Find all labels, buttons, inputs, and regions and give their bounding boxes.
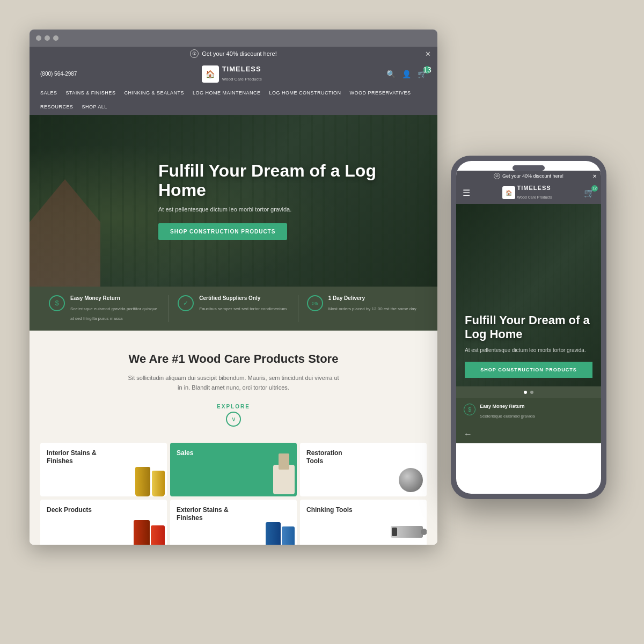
mobile-inner: ② Get your 40% discount here! ✕ ☰ 🏠 TIME… (456, 161, 601, 494)
restoration-label: Restoration Tools (306, 449, 360, 466)
explore-label: EXPLORE (217, 404, 250, 409)
logo-icon: 🏠 (202, 65, 219, 83)
hero-headline: Fulfill Your Dream of a Log Home (158, 162, 416, 199)
restoration-image (394, 453, 427, 496)
nav-icons: 🔍 👤 🛒 13 (386, 69, 427, 79)
hero-dot-1 (524, 391, 527, 394)
exterior-image (266, 522, 297, 545)
desktop-browser: ① Get your 40% discount here! ✕ (800) 56… (30, 30, 437, 545)
phone-number: (800) 564-2987 (40, 71, 77, 77)
nav-shop-all[interactable]: SHOP ALL (82, 104, 107, 109)
hero-content: Fulfill Your Dream of a Log Home At est … (158, 162, 416, 239)
mobile-hero-cta[interactable]: SHOP CONSTRUCTION PRODUCTS (465, 362, 592, 378)
hero-section: Fulfill Your Dream of a Log Home At est … (30, 115, 437, 287)
sales-image (265, 453, 297, 496)
mobile-announcement-text: Get your 40% discount here! (502, 173, 564, 179)
grid-chinking[interactable]: Chinking Tools (300, 500, 427, 545)
mobile-brand-name: TIMELESS (517, 185, 552, 191)
mobile-notch (513, 165, 545, 171)
announcement-circle: ① (190, 49, 199, 58)
brand-name: TIMELESS (222, 65, 262, 73)
mobile-benefit-text: Easy Money Return Scelerisque euismod gr… (480, 404, 535, 420)
mobile-back-arrow[interactable]: ← (456, 425, 601, 443)
nav-sales[interactable]: SALES (40, 90, 57, 96)
certified-icon: ✓ (178, 295, 194, 311)
mobile-logo: 🏠 TIMELESS Wood Care Products (502, 185, 552, 201)
explore-arrow-icon: ∨ (226, 412, 241, 427)
grid-exterior[interactable]: Exterior Stains & Finishes (170, 500, 297, 545)
benefit-delivery-text: 1 Day Delivery Most orders placed by 12:… (328, 295, 416, 312)
mobile-hero-subtext: At est pellentesque dictum leo morbi tor… (465, 346, 592, 354)
announcement-bar: ① Get your 40% discount here! ✕ (30, 47, 437, 61)
account-icon[interactable]: 👤 (402, 70, 411, 78)
nav-construction[interactable]: LOG HOME CONSTRUCTION (269, 90, 341, 96)
sales-label: Sales (177, 449, 193, 458)
mobile-cart-count: 12 (591, 185, 598, 192)
mobile-hero-dots (456, 386, 601, 398)
benefit-money-text: Easy Money Return Scelerisque euismod gr… (70, 295, 160, 322)
logo-text: TIMELESS Wood Care Products (222, 65, 262, 83)
mobile-announcement-circle: ② (494, 173, 500, 179)
mobile-brand-tagline: Wood Care Products (517, 195, 552, 199)
browser-dot-red (36, 35, 41, 41)
mobile-announcement-close[interactable]: ✕ (592, 173, 597, 179)
product-grid: Interior Stains & Finishes Sales Restora… (30, 437, 437, 545)
mobile-hero-headline: Fulfill Your Dream of a Log Home (465, 313, 592, 341)
cart-button[interactable]: 🛒 13 (418, 69, 427, 79)
money-icon: $ (49, 295, 65, 311)
hero-dot-2 (530, 391, 533, 394)
hero-cta-button[interactable]: SHOP CONSTRUCTION PRODUCTS (158, 223, 287, 240)
delivery-icon: 24h (307, 295, 323, 311)
deck-image (134, 520, 167, 545)
benefit-delivery: 24h 1 Day Delivery Most orders placed by… (298, 295, 427, 322)
nav-maintenance[interactable]: LOG HOME MAINTENANCE (193, 90, 261, 96)
chinking-label: Chinking Tools (306, 506, 353, 515)
announcement-close[interactable]: ✕ (425, 50, 431, 58)
benefit-certified-desc: Faucibus semper sed sed tortor condiment… (199, 306, 287, 311)
middle-section: We Are #1 Wood Care Products Store Sit s… (30, 331, 437, 437)
benefits-bar: $ Easy Money Return Scelerisque euismod … (30, 287, 437, 331)
main-nav: SALES STAINS & FINISHES CHINKING & SEALA… (30, 87, 437, 115)
search-icon[interactable]: 🔍 (386, 70, 396, 78)
nav-chinking[interactable]: CHINKING & SEALANTS (124, 90, 184, 96)
nav-stains[interactable]: STAINS & FINISHES (66, 90, 116, 96)
announcement-text: Get your 40% discount here! (202, 50, 276, 57)
mobile-benefit-desc: Scelerisque euismod gravida (480, 414, 535, 419)
mobile-nav: ☰ 🏠 TIMELESS Wood Care Products 🛒 12 (456, 181, 601, 204)
mobile-logo-icon: 🏠 (502, 186, 515, 199)
grid-restoration[interactable]: Restoration Tools (300, 443, 427, 496)
grid-sales[interactable]: Sales (170, 443, 297, 496)
mobile-hero: Fulfill Your Dream of a Log Home At est … (456, 204, 601, 386)
mobile-announcement-bar: ② Get your 40% discount here! ✕ (456, 171, 601, 181)
mobile-benefit-icon: $ (464, 404, 475, 415)
interior-stains-image (135, 467, 167, 496)
exterior-label: Exterior Stains & Finishes (177, 506, 230, 523)
benefit-certified: ✓ Certified Suppliers Only Faucibus semp… (169, 295, 298, 322)
nav-resources[interactable]: RESOURCES (40, 104, 74, 109)
mobile-hero-bg (456, 204, 601, 386)
browser-dot-yellow (45, 35, 50, 41)
nav-preservatives[interactable]: WOOD PRESERVATIVES (349, 90, 411, 96)
benefit-delivery-title: 1 Day Delivery (328, 295, 416, 301)
browser-dot-green (53, 35, 58, 41)
logo-area: 🏠 TIMELESS Wood Care Products (202, 65, 262, 83)
explore-button[interactable]: EXPLORE ∨ (51, 404, 416, 427)
brand-tagline: Wood Care Products (222, 77, 262, 82)
middle-heading: We Are #1 Wood Care Products Store (51, 352, 416, 366)
benefit-certified-title: Certified Suppliers Only (199, 295, 287, 301)
hero-subtext: At est pellentesque dictum leo morbi tor… (158, 206, 319, 213)
mobile-cart-button[interactable]: 🛒 12 (584, 188, 595, 198)
grid-deck[interactable]: Deck Products (40, 500, 167, 545)
benefit-money-desc: Scelerisque euismod gravida porttitor qu… (70, 306, 157, 321)
cart-count: 13 (423, 66, 431, 74)
grid-interior-stains[interactable]: Interior Stains & Finishes (40, 443, 167, 496)
browser-chrome (30, 30, 437, 47)
chinking-image (386, 510, 427, 545)
benefit-money-return: $ Easy Money Return Scelerisque euismod … (40, 295, 169, 322)
mobile-benefit-title: Easy Money Return (480, 404, 535, 409)
deck-label: Deck Products (47, 506, 92, 515)
hamburger-icon[interactable]: ☰ (463, 188, 470, 198)
middle-desc: Sit sollicitudin aliquam dui suscipit bi… (126, 374, 341, 392)
benefit-certified-text: Certified Suppliers Only Faucibus semper… (199, 295, 287, 312)
site-nav: (800) 564-2987 🏠 TIMELESS Wood Care Prod… (30, 61, 437, 87)
